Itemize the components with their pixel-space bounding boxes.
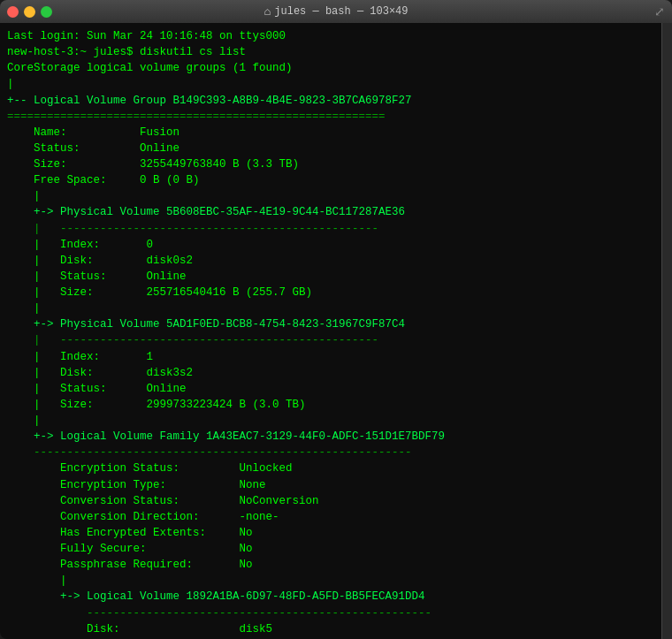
line-32: Has Encrypted Extents: No	[7, 525, 665, 541]
line-6: ========================================…	[7, 109, 665, 125]
line-19: +-> Physical Volume 5AD1F0ED-BCB8-4754-8…	[7, 316, 665, 332]
line-10: Free Space: 0 B (0 B)	[7, 172, 665, 188]
minimize-button[interactable]	[24, 6, 35, 18]
line-9: Size: 3255449763840 B (3.3 TB)	[7, 156, 665, 172]
line-16: | Status: Online	[7, 269, 665, 285]
line-24: | Size: 2999733223424 B (3.0 TB)	[7, 397, 665, 413]
window-controls[interactable]	[7, 6, 52, 18]
line-36: +-> Logical Volume 1892A1BA-6D97-48FD-A5…	[7, 589, 665, 605]
line-26: +-> Logical Volume Family 1A43EAC7-3129-…	[7, 429, 665, 445]
line-28-encryption-status: Encryption Status: Unlocked	[7, 460, 665, 476]
line-8: Status: Online	[7, 141, 665, 156]
home-icon: ⌂	[263, 5, 271, 19]
line-17: | Size: 255716540416 B (255.7 GB)	[7, 285, 665, 300]
close-button[interactable]	[7, 6, 19, 18]
maximize-button[interactable]	[41, 6, 52, 18]
line-11: |	[7, 188, 665, 204]
line-4: |	[7, 76, 665, 92]
terminal-window: ⌂ jules — bash — 103×49 ⤢ Last login: Su…	[0, 0, 672, 639]
line-34: Passphrase Required: No	[7, 557, 665, 573]
line-3: CoreStorage logical volume groups (1 fou…	[7, 60, 665, 76]
line-21: | Index: 1	[7, 349, 665, 365]
line-2: new-host-3:~ jules$ diskutil cs list	[7, 44, 665, 60]
line-27: ----------------------------------------…	[7, 445, 665, 460]
line-13: | --------------------------------------…	[7, 221, 665, 237]
line-14: | Index: 0	[7, 237, 665, 253]
resize-icon[interactable]: ⤢	[654, 4, 665, 19]
line-1: Last login: Sun Mar 24 10:16:48 on ttys0…	[7, 28, 665, 44]
titlebar: ⌂ jules — bash — 103×49 ⤢	[0, 0, 672, 23]
line-5: +-- Logical Volume Group B149C393-A8B9-4…	[7, 93, 665, 109]
line-30: Conversion Status: NoConversion	[7, 493, 665, 509]
line-20: | --------------------------------------…	[7, 332, 665, 348]
line-38: Disk: disk5	[7, 621, 665, 637]
title-label: jules — bash — 103×49	[274, 5, 408, 18]
line-7: Name: Fusion	[7, 125, 665, 141]
line-37: ----------------------------------------…	[7, 605, 665, 621]
line-22: | Disk: disk3s2	[7, 365, 665, 381]
line-15: | Disk: disk0s2	[7, 253, 665, 269]
line-29: Encryption Type: None	[7, 477, 665, 493]
scrollbar-area[interactable]	[661, 23, 672, 639]
terminal-output[interactable]: Last login: Sun Mar 24 10:16:48 on ttys0…	[0, 23, 672, 639]
line-23: | Status: Online	[7, 381, 665, 397]
line-33: Fully Secure: No	[7, 541, 665, 557]
window-title: ⌂ jules — bash — 103×49	[263, 5, 408, 19]
line-35: |	[7, 573, 665, 589]
line-31: Conversion Direction: -none-	[7, 509, 665, 525]
line-25: |	[7, 413, 665, 429]
line-12: +-> Physical Volume 5B608EBC-35AF-4E19-9…	[7, 204, 665, 220]
line-18: |	[7, 300, 665, 316]
